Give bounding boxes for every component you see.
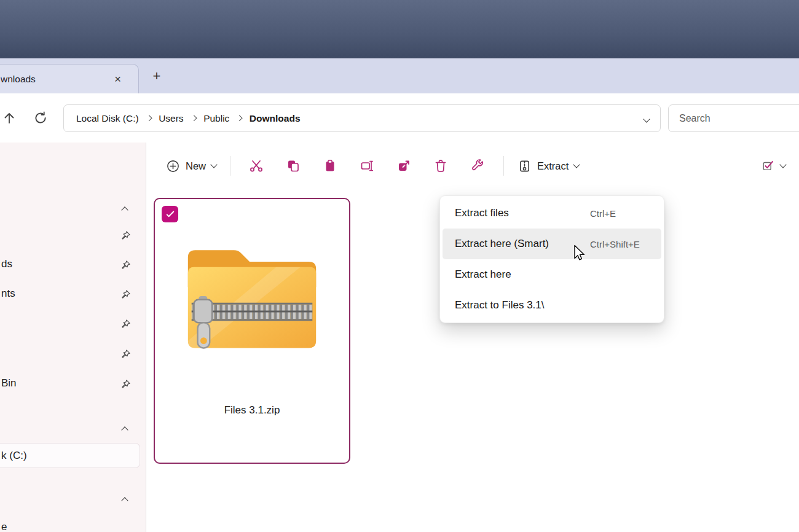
up-button[interactable] xyxy=(0,106,22,130)
wrench-icon xyxy=(470,158,485,173)
breadcrumb-item-users[interactable]: Users xyxy=(157,113,184,124)
chevron-up-icon[interactable] xyxy=(122,424,127,435)
toolbar-divider xyxy=(503,156,504,176)
delete-button[interactable] xyxy=(423,152,458,179)
sidebar-item-recycle-bin[interactable]: Bin xyxy=(1,377,17,389)
search-box[interactable] xyxy=(668,104,799,132)
content-toolbar: New Extract xyxy=(146,143,799,189)
archive-icon xyxy=(518,159,532,173)
zip-folder-icon xyxy=(173,222,331,367)
sidebar-item-documents[interactable]: nts xyxy=(1,288,15,300)
new-button-label: New xyxy=(186,160,206,172)
menu-item-extract-files[interactable]: Extract files Ctrl+E xyxy=(443,198,661,229)
sidebar: ds nts Bin k (C:) e xyxy=(0,143,146,532)
tab-downloads[interactable]: wnloads × xyxy=(0,64,139,93)
selection-options-button[interactable] xyxy=(762,159,785,173)
pin-icon[interactable] xyxy=(120,319,131,329)
paste-icon xyxy=(323,158,337,173)
new-tab-button[interactable]: + xyxy=(148,67,166,85)
extract-button[interactable]: Extract xyxy=(511,154,585,178)
sidebar-item-downloads[interactable]: ds xyxy=(1,258,12,270)
chevron-right-icon xyxy=(237,115,242,121)
chevron-right-icon xyxy=(146,115,151,121)
breadcrumb-item-downloads[interactable]: Downloads xyxy=(248,113,302,124)
tools-button[interactable] xyxy=(460,152,495,179)
pin-icon[interactable] xyxy=(120,379,131,389)
chevron-down-icon xyxy=(643,115,650,122)
refresh-button[interactable] xyxy=(28,106,53,130)
file-tile[interactable]: Files 3.1.zip xyxy=(154,198,350,464)
search-input[interactable] xyxy=(679,113,799,124)
rename-icon xyxy=(360,158,374,173)
checkbox-check-icon xyxy=(762,159,775,173)
chevron-down-icon xyxy=(779,161,786,168)
drive-label: k (C:) xyxy=(1,450,27,462)
pin-icon[interactable] xyxy=(120,349,131,359)
toolbar-divider xyxy=(230,156,230,176)
sidebar-item-bottom[interactable]: e xyxy=(1,521,7,532)
paste-button[interactable] xyxy=(313,152,347,179)
file-name: Files 3.1.zip xyxy=(155,404,349,417)
menu-item-extract-here-smart[interactable]: Extract here (Smart) Ctrl+Shift+E xyxy=(443,229,661,259)
mouse-cursor-icon xyxy=(572,244,587,264)
chevron-right-icon xyxy=(191,115,196,121)
pin-icon[interactable] xyxy=(120,289,131,300)
share-button[interactable] xyxy=(387,152,421,179)
cut-button[interactable] xyxy=(239,152,274,179)
navigation-bar: Local Disk (C:) Users Public Downloads xyxy=(0,93,799,143)
chevron-down-icon xyxy=(210,161,217,168)
scissors-icon xyxy=(249,158,264,173)
breadcrumb-item-local-disk[interactable]: Local Disk (C:) xyxy=(75,113,140,124)
pin-icon[interactable] xyxy=(120,260,131,270)
extract-button-label: Extract xyxy=(537,160,569,172)
tab-close-icon[interactable]: × xyxy=(114,73,121,85)
breadcrumb-item-public[interactable]: Public xyxy=(202,113,230,124)
desktop-background xyxy=(0,0,799,58)
selected-checkbox[interactable] xyxy=(162,206,178,222)
sidebar-item-local-disk[interactable]: k (C:) xyxy=(0,443,140,468)
address-dropdown-button[interactable] xyxy=(644,113,649,124)
pin-icon[interactable] xyxy=(120,230,131,241)
new-button[interactable]: New xyxy=(160,154,222,178)
up-arrow-icon xyxy=(2,111,17,125)
trash-icon xyxy=(433,158,448,173)
chevron-up-icon[interactable] xyxy=(122,204,127,215)
menu-item-extract-here[interactable]: Extract here xyxy=(443,259,661,290)
copy-button[interactable] xyxy=(276,152,310,179)
extract-dropdown-menu: Extract files Ctrl+E Extract here (Smart… xyxy=(439,195,664,323)
chevron-up-icon[interactable] xyxy=(122,495,127,506)
refresh-icon xyxy=(33,111,48,125)
copy-icon xyxy=(286,158,301,173)
rename-button[interactable] xyxy=(350,152,384,179)
chevron-down-icon xyxy=(573,161,580,168)
menu-item-extract-to-folder[interactable]: Extract to Files 3.1\ xyxy=(443,290,661,321)
check-icon xyxy=(165,209,176,220)
tab-title: wnloads xyxy=(1,74,114,85)
plus-circle-icon xyxy=(166,159,180,173)
tab-bar: wnloads × + xyxy=(0,58,799,93)
share-icon xyxy=(396,158,411,173)
breadcrumb[interactable]: Local Disk (C:) Users Public Downloads xyxy=(63,104,661,132)
